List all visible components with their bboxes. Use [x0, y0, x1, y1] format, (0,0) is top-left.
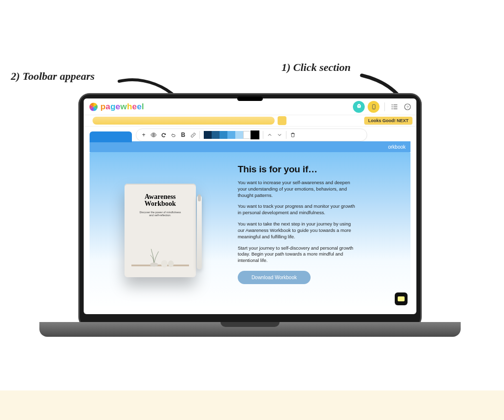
move-up-button[interactable]	[265, 130, 274, 139]
section-paragraph-3[interactable]: You want to take the next step in your j…	[238, 221, 358, 240]
brand-logo[interactable]: pagewheel	[88, 102, 144, 112]
book-title: Awareness Workbook	[145, 194, 176, 208]
svg-rect-11	[131, 264, 189, 266]
download-button[interactable]: Download Workbook	[238, 271, 311, 284]
chevron-up-icon	[267, 132, 273, 138]
link-icon	[190, 132, 196, 138]
svg-rect-7	[393, 108, 397, 109]
svg-rect-5	[393, 106, 397, 107]
phone-icon	[371, 103, 377, 110]
laptop-frame: pagewheel ?	[79, 94, 421, 328]
chat-icon	[398, 296, 405, 301]
help-button[interactable]: ?	[403, 102, 412, 112]
rocket-icon	[356, 103, 362, 110]
svg-point-6	[392, 108, 393, 109]
undo-icon	[170, 132, 177, 138]
swatch-5[interactable]	[243, 131, 251, 139]
swatch-1[interactable]	[212, 131, 220, 139]
editable-section[interactable]: Awareness Workbook Discover the power of…	[90, 152, 410, 308]
section-handle[interactable]	[90, 131, 132, 142]
section-title-bar[interactable]: orkbook	[90, 141, 410, 152]
pen-mockup	[197, 195, 202, 269]
laptop-base	[39, 322, 461, 337]
swatch-4[interactable]	[235, 131, 243, 139]
list-icon	[391, 103, 399, 111]
rocket-button[interactable]	[353, 101, 365, 113]
visibility-button[interactable]	[149, 130, 158, 139]
refresh-icon	[160, 132, 167, 138]
color-swatches	[204, 131, 259, 139]
svg-point-1	[373, 108, 374, 108]
add-button[interactable]: +	[139, 130, 148, 139]
undo-button[interactable]	[169, 130, 178, 139]
progress-track	[93, 117, 275, 125]
swatch-6[interactable]	[251, 131, 259, 139]
brand-name: pagewheel	[100, 102, 144, 112]
section-text-column[interactable]: This is for you if… You want to increase…	[231, 152, 410, 308]
svg-text:?: ?	[407, 104, 409, 109]
toolbar-sep-3	[286, 131, 286, 139]
svg-point-10	[153, 134, 154, 135]
section-paragraph-4[interactable]: Start your journey to self-discovery and…	[238, 245, 358, 264]
header-divider	[384, 102, 385, 111]
bold-button[interactable]: B	[179, 130, 188, 139]
help-icon: ?	[404, 103, 411, 111]
progress-strip: Looks Good! NEXT	[84, 115, 416, 127]
trash-icon	[290, 132, 296, 138]
editor-toolbar: + B	[136, 129, 367, 141]
toolbar-row: + B	[84, 127, 416, 141]
annotation-step1: 1) Click section	[282, 61, 351, 74]
section-heading[interactable]: This is for you if…	[238, 164, 398, 175]
section-title-text: orkbook	[388, 144, 406, 150]
svg-point-4	[392, 106, 393, 107]
page-footer-bar	[0, 390, 504, 420]
workbook-mockup[interactable]: Awareness Workbook Discover the power of…	[125, 184, 196, 277]
pinwheel-icon	[89, 102, 98, 112]
svg-rect-3	[393, 104, 397, 105]
section-paragraph-2[interactable]: You want to track your progress and moni…	[238, 203, 358, 216]
swatch-2[interactable]	[220, 131, 227, 139]
section-paragraph-1[interactable]: You want to increase your self-awareness…	[238, 180, 358, 198]
mobile-preview-button[interactable]	[368, 101, 379, 113]
header-actions: ?	[353, 101, 412, 113]
next-button[interactable]: Looks Good! NEXT	[364, 117, 412, 125]
laptop-screen: pagewheel ?	[84, 98, 416, 314]
chat-widget[interactable]	[395, 292, 408, 305]
svg-point-12	[150, 262, 158, 266]
svg-point-13	[161, 260, 167, 267]
toolbar-sep-1	[199, 131, 200, 139]
delete-button[interactable]	[288, 130, 297, 139]
svg-point-14	[168, 260, 174, 267]
app-header: pagewheel ?	[84, 98, 416, 115]
section-image-column: Awareness Workbook Discover the power of…	[90, 152, 231, 308]
swatch-3[interactable]	[227, 131, 235, 139]
link-button[interactable]	[189, 130, 197, 139]
eye-icon	[150, 131, 157, 138]
svg-point-2	[392, 104, 393, 105]
book-illustration	[131, 235, 189, 271]
swatch-0[interactable]	[204, 131, 212, 139]
list-button[interactable]	[390, 102, 400, 112]
progress-step	[278, 116, 286, 125]
chevron-down-icon	[277, 132, 283, 138]
refresh-button[interactable]	[159, 130, 168, 139]
toolbar-sep-2	[263, 131, 263, 139]
annotation-step2: 2) Toolbar appears	[11, 70, 94, 83]
book-subtitle: Discover the power of mindfulness and se…	[138, 211, 182, 217]
move-down-button[interactable]	[275, 130, 284, 139]
